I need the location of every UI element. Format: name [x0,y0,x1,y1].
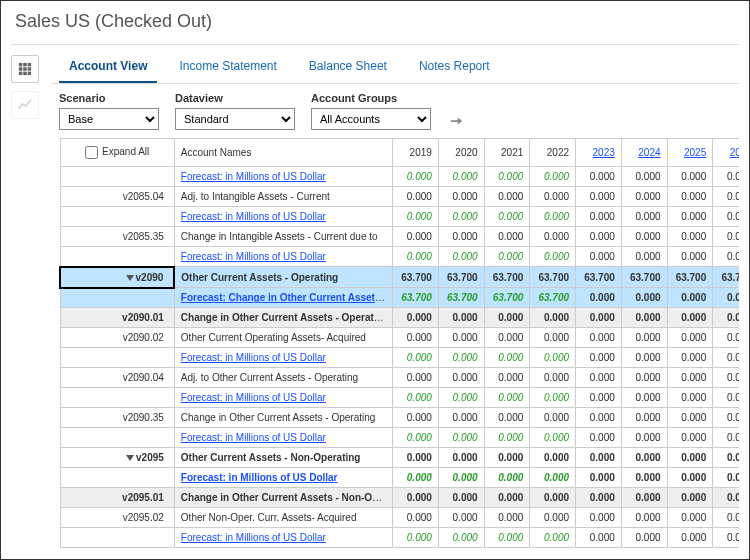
value-cell: 63.700 [484,267,530,288]
value-cell: 0.000 [393,247,439,267]
table-row[interactable]: v2090.35Change in Other Current Assets -… [60,408,739,428]
account-name-cell[interactable]: Forecast: in Millions of US Dollar [174,207,392,227]
table-row[interactable]: Forecast: in Millions of US Dollar0.0000… [60,468,739,488]
account-name-cell[interactable]: Forecast: in Millions of US Dollar [174,247,392,267]
table-row[interactable]: v2095.01Change in Other Current Assets -… [60,488,739,508]
account-id-cell: v2090.35 [60,408,174,428]
account-id-cell: v2085.04 [60,187,174,207]
value-cell: 0.000 [393,308,439,328]
year-header-2025[interactable]: 2025 [667,139,713,167]
value-cell: 0.000 [713,428,739,448]
table-row[interactable]: v2095Other Current Assets - Non-Operatin… [60,448,739,468]
table-row[interactable]: Forecast: in Millions of US Dollar0.0000… [60,528,739,548]
table-row[interactable]: v2095.02Other Non-Oper. Curr. Assets- Ac… [60,508,739,528]
value-cell: 63.700 [530,288,576,308]
value-cell: 0.000 [667,448,713,468]
account-name-cell[interactable]: Forecast: in Millions of US Dollar [174,428,392,448]
expand-all-label: Expand All [102,146,149,157]
value-cell: 0.000 [484,227,530,247]
left-toolbar [11,45,51,548]
tab-notes-report[interactable]: Notes Report [409,53,500,81]
table-row[interactable]: Forecast: in Millions of US Dollar0.0000… [60,207,739,227]
year-header-2024[interactable]: 2024 [621,139,667,167]
value-cell: 0.000 [713,288,739,308]
year-header-2026[interactable]: 2026 [713,139,739,167]
value-cell: 0.000 [393,408,439,428]
value-cell: 0.000 [438,227,484,247]
collapse-icon[interactable] [126,275,134,281]
value-cell: 0.000 [667,428,713,448]
apply-arrow-icon[interactable] [447,112,465,130]
account-name-cell[interactable]: Forecast: in Millions of US Dollar [174,348,392,368]
table-row[interactable]: Forecast: in Millions of US Dollar0.0000… [60,388,739,408]
account-id-cell [60,288,174,308]
year-header-2021: 2021 [484,139,530,167]
value-cell: 0.000 [530,227,576,247]
value-cell: 0.000 [530,408,576,428]
value-cell: 0.000 [393,328,439,348]
value-cell: 0.000 [576,207,622,227]
value-cell: 0.000 [438,508,484,528]
value-cell: 0.000 [438,308,484,328]
account-id-cell [60,207,174,227]
account-id-cell: v2090.02 [60,328,174,348]
table-row[interactable]: v2085.35Change in Intangible Assets - Cu… [60,227,739,247]
tab-income-statement[interactable]: Income Statement [169,53,286,81]
table-row[interactable]: v2090.02Other Current Operating Assets- … [60,328,739,348]
value-cell: 0.000 [576,227,622,247]
account-name-cell[interactable]: Forecast: Change in Other Current Assets… [174,288,392,308]
account-name-cell: Change in Other Current Assets - Non-Ope… [174,488,392,508]
value-cell: 0.000 [393,508,439,528]
value-cell: 0.000 [713,448,739,468]
value-cell: 0.000 [530,388,576,408]
value-cell: 0.000 [438,187,484,207]
table-row[interactable]: v2085.04Adj. to Intangible Assets - Curr… [60,187,739,207]
value-cell: 0.000 [438,368,484,388]
svg-rect-8 [28,72,32,76]
table-row[interactable]: Forecast: Change in Other Current Assets… [60,288,739,308]
account-id-cell: v2090.04 [60,368,174,388]
value-cell: 0.000 [576,428,622,448]
tab-account-view[interactable]: Account View [59,53,157,83]
table-row[interactable]: Forecast: in Millions of US Dollar0.0000… [60,167,739,187]
collapse-icon[interactable] [126,455,134,461]
table-row[interactable]: Forecast: in Millions of US Dollar0.0000… [60,428,739,448]
scenario-select[interactable]: Base [59,108,159,130]
value-cell: 0.000 [393,468,439,488]
table-row[interactable]: Forecast: in Millions of US Dollar0.0000… [60,348,739,368]
expand-all-header: Expand All [60,139,174,167]
value-cell: 0.000 [484,308,530,328]
account-id-cell [60,388,174,408]
account-names-header: Account Names [174,139,392,167]
accountgroups-select[interactable]: All Accounts [311,108,431,130]
value-cell: 0.000 [713,227,739,247]
value-cell: 63.700 [576,267,622,288]
value-cell: 0.000 [484,468,530,488]
account-name-cell[interactable]: Forecast: in Millions of US Dollar [174,167,392,187]
dataview-select[interactable]: Standard [175,108,295,130]
value-cell: 0.000 [393,167,439,187]
value-cell: 0.000 [484,207,530,227]
table-row[interactable]: Forecast: in Millions of US Dollar0.0000… [60,247,739,267]
table-row[interactable]: v2090.04Adj. to Other Current Assets - O… [60,368,739,388]
expand-all-checkbox[interactable] [85,146,98,159]
value-cell: 0.000 [393,207,439,227]
value-cell: 0.000 [667,207,713,227]
table-row[interactable]: v2090.01Change in Other Current Assets -… [60,308,739,328]
account-name-cell[interactable]: Forecast: in Millions of US Dollar [174,468,392,488]
value-cell: 0.000 [713,368,739,388]
table-row[interactable]: v2090Other Current Assets - Operating63.… [60,267,739,288]
grid-icon[interactable] [11,55,39,83]
value-cell: 0.000 [667,288,713,308]
value-cell: 0.000 [667,308,713,328]
value-cell: 0.000 [484,428,530,448]
value-cell: 0.000 [713,167,739,187]
account-name-cell[interactable]: Forecast: in Millions of US Dollar [174,528,392,548]
accountgroups-label: Account Groups [311,92,431,104]
value-cell: 0.000 [576,328,622,348]
year-header-2023[interactable]: 2023 [576,139,622,167]
tab-balance-sheet[interactable]: Balance Sheet [299,53,397,81]
account-id-cell [60,428,174,448]
account-name-cell[interactable]: Forecast: in Millions of US Dollar [174,388,392,408]
chart-icon[interactable] [11,91,39,119]
